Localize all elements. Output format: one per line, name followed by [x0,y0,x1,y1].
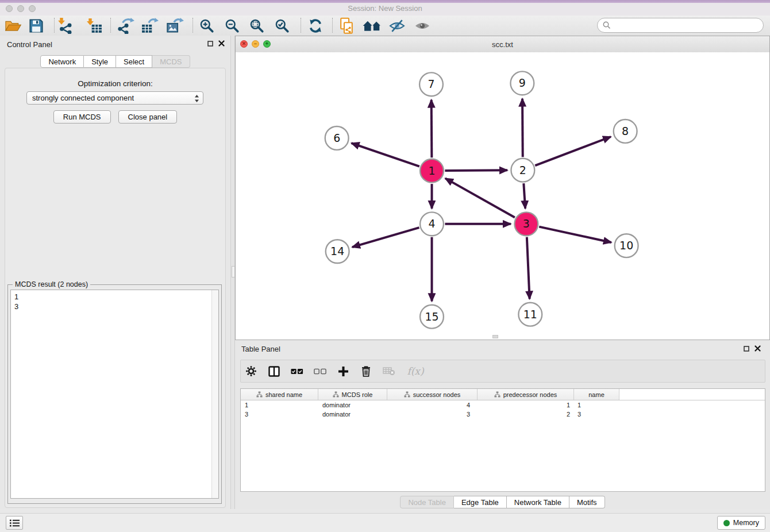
criterion-dropdown-value: strongly connected component [32,94,134,102]
cell-predecessor-nodes[interactable]: 2 [478,410,574,419]
delete-column-icon[interactable] [360,364,372,378]
column-hierarchy-icon [256,391,263,398]
import-network-icon[interactable] [57,18,74,34]
search-input[interactable] [614,21,763,30]
cell-shared-name[interactable]: 1 [241,400,318,410]
graph-node-label: 1 [428,164,435,177]
zoom-fit-icon[interactable] [249,18,264,33]
tab-network[interactable]: Network [40,55,84,68]
graph-edge-3-1[interactable] [445,178,515,217]
hide-eye-icon[interactable] [388,19,406,33]
cell-successor-nodes[interactable]: 3 [387,410,478,419]
cell-predecessor-nodes[interactable]: 1 [478,400,574,410]
eye-icon[interactable] [414,20,431,32]
column-header-successor-nodes[interactable]: successor nodes [387,389,478,400]
network-graph: 1234678910111415 [236,52,769,340]
memory-button[interactable]: Memory [717,516,765,530]
graph-edge-2-3[interactable] [523,183,525,209]
criterion-dropdown[interactable]: strongly connected component [26,91,203,105]
cell-successor-nodes[interactable]: 4 [387,400,478,410]
column-header-shared-name[interactable]: shared name [241,389,318,400]
result-line: 3 [14,302,218,311]
export-image-icon[interactable] [167,18,184,34]
delete-table-icon[interactable] [383,364,395,378]
graph-node-label: 7 [428,78,434,90]
open-folder-icon[interactable] [5,19,22,33]
mcds-result-title: MCDS result (2 nodes) [13,280,90,288]
graph-edge-4-14[interactable] [352,228,419,247]
network-window: ✕ − + scc.txt 1234678910111415 [235,36,770,340]
table-row[interactable]: 3 dominator 3 2 3 [241,410,765,419]
float-table-panel-icon[interactable] [744,346,749,352]
mcds-result-group: MCDS result (2 nodes) 1 3 [7,284,222,504]
graph-node-label: 14 [330,245,344,257]
column-hierarchy-icon [333,391,339,398]
column-header-name[interactable]: name [574,389,619,400]
run-mcds-button[interactable]: Run MCDS [53,110,111,124]
tab-edge-table[interactable]: Edge Table [454,496,507,508]
graph-edge-3-10[interactable] [539,227,611,242]
deselect-all-checkboxes-icon[interactable] [314,364,326,378]
graph-node-label: 10 [619,239,633,252]
graph-edge-2-8[interactable] [535,137,611,165]
canvas-scroll-grip[interactable] [492,335,498,338]
function-builder-icon[interactable]: f(x) [406,364,425,378]
tab-select[interactable]: Select [116,55,152,68]
column-hierarchy-icon [494,391,500,398]
graph-edge-1-6[interactable] [352,143,419,167]
tab-network-table[interactable]: Network Table [507,496,569,508]
panel-splitter[interactable] [230,36,235,509]
main-toolbar [0,16,770,36]
copy-network-icon[interactable] [339,17,354,34]
tab-node-table[interactable]: Node Table [400,496,454,508]
graph-node-label: 8 [622,125,629,137]
graph-canvas[interactable]: 1234678910111415 [236,52,769,340]
node-table: shared name MCDS role successor nodes pr… [240,388,765,492]
result-scrollbar[interactable] [211,290,218,498]
add-column-icon[interactable] [337,364,349,378]
float-panel-icon[interactable] [207,41,213,47]
graph-edge-1-7[interactable] [432,100,432,158]
zoom-selected-icon[interactable] [275,18,290,33]
graph-edge-3-11[interactable] [527,237,530,299]
chevron-up-down-icon [194,94,199,105]
select-all-checkboxes-icon[interactable] [291,364,303,378]
export-table-icon[interactable] [141,18,159,34]
column-header-predecessor-nodes[interactable]: predecessor nodes [478,389,574,400]
optimization-criterion-label: Optimization criterion: [5,79,225,88]
search-field[interactable] [597,18,764,33]
network-window-titlebar[interactable]: ✕ − + scc.txt [236,36,769,53]
import-table-icon[interactable] [86,18,102,33]
window-accent-strip [0,0,770,3]
zoom-out-icon[interactable] [225,18,240,33]
tab-motifs[interactable]: Motifs [569,496,605,508]
cell-name[interactable]: 3 [574,410,619,419]
first-neighbors-icon[interactable] [362,19,383,33]
save-icon[interactable] [29,18,44,33]
table-row[interactable]: 1 dominator 4 1 1 [241,400,765,410]
cell-shared-name[interactable]: 3 [241,410,318,419]
split-columns-icon[interactable] [268,364,280,378]
table-panel: Table Panel f(x) [235,340,770,509]
export-network-icon[interactable] [117,18,134,34]
table-panel-title: Table Panel [241,345,280,353]
graph-edge-1-2[interactable] [445,170,507,171]
close-panel-icon[interactable] [218,40,225,47]
mcds-result-textarea[interactable]: 1 3 [10,290,219,499]
cell-name[interactable]: 1 [574,400,619,410]
graph-node-label: 6 [333,132,340,144]
tab-style[interactable]: Style [84,55,116,68]
gear-icon[interactable] [245,364,257,378]
result-line: 1 [14,292,218,302]
close-panel-button[interactable]: Close panel [118,110,178,124]
tab-mcds[interactable]: MCDS [152,55,190,68]
cell-mcds-role[interactable]: dominator [318,400,387,410]
refresh-icon[interactable] [308,18,323,33]
toolbar-separator [54,18,55,33]
zoom-in-icon[interactable] [199,18,214,33]
task-history-button[interactable] [6,516,23,530]
cell-mcds-role[interactable]: dominator [318,410,387,419]
column-header-mcds-role[interactable]: MCDS role [318,389,387,400]
graph-edge-2-9[interactable] [522,99,523,157]
close-table-panel-icon[interactable] [754,345,761,352]
